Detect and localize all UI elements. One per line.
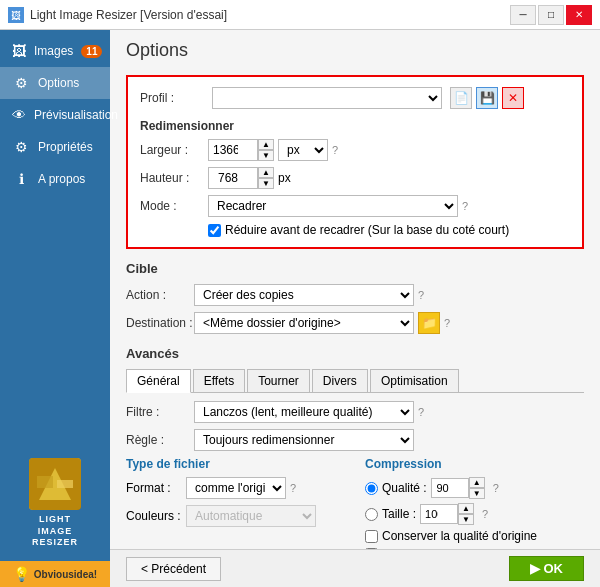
qualite-label: Qualité : <box>382 481 427 495</box>
action-row: Action : Créer des copies Remplacer les … <box>126 284 584 306</box>
qualite-input[interactable] <box>431 478 469 498</box>
avances-tabs: Général Effets Tourner Divers Optimisati… <box>126 369 584 393</box>
redimensionner-title: Redimensionner <box>140 119 570 133</box>
titlebar: 🖼 Light Image Resizer [Version d'essai] … <box>0 0 600 30</box>
tab-general[interactable]: Général <box>126 369 191 393</box>
filtre-row: Filtre : Lanczos (lent, meilleure qualit… <box>126 401 584 423</box>
close-button[interactable]: ✕ <box>566 5 592 25</box>
largeur-label: Largeur : <box>140 143 208 157</box>
about-icon: ℹ <box>12 171 30 187</box>
largeur-row: Largeur : ▲ ▼ px ? <box>140 139 570 161</box>
largeur-unit-select[interactable]: px <box>278 139 328 161</box>
avances-section: Avancés Général Effets Tourner Divers Op… <box>126 346 584 549</box>
minimize-button[interactable]: ─ <box>510 5 536 25</box>
format-select[interactable]: comme l'original JPEG PNG <box>186 477 286 499</box>
red-section: Profil : 📄 💾 ✕ Redimensionner Largeur : <box>126 75 584 249</box>
action-label: Action : <box>126 288 194 302</box>
reduire-checkbox[interactable] <box>208 224 221 237</box>
svg-rect-4 <box>37 476 53 488</box>
titlebar-left: 🖼 Light Image Resizer [Version d'essai] <box>8 7 227 23</box>
logo-text: LIGHTIMAGERESIZER <box>32 514 78 549</box>
sidebar-item-about[interactable]: ℹ A propos <box>0 163 110 195</box>
mode-row: Mode : Recadrer Étirer Ajuster Remplir ? <box>140 195 570 217</box>
taille-input[interactable] <box>420 504 458 524</box>
regle-select[interactable]: Toujours redimensionner Réduire uniqueme… <box>194 429 414 451</box>
mode-help-icon: ? <box>462 200 468 212</box>
ok-button[interactable]: ▶ OK <box>509 556 584 581</box>
maximize-button[interactable]: □ <box>538 5 564 25</box>
images-badge: 11 <box>81 45 102 58</box>
qualite-row: Qualité : ▲ ▼ ? <box>365 477 584 499</box>
sidebar: 🖼 Images 11 ⚙ Options 👁 Prévisualisation… <box>0 30 110 587</box>
qualite-help-icon: ? <box>493 482 499 494</box>
profil-delete-button[interactable]: ✕ <box>502 87 524 109</box>
taille-help-icon: ? <box>482 508 488 520</box>
hauteur-input[interactable] <box>208 167 258 189</box>
brand-bar: 💡 Obviousidea! <box>0 561 110 587</box>
action-help-icon: ? <box>418 289 424 301</box>
taille-up-button[interactable]: ▲ <box>458 503 474 514</box>
titlebar-controls: ─ □ ✕ <box>510 5 592 25</box>
filtre-label: Filtre : <box>126 405 194 419</box>
taille-radio[interactable] <box>365 508 378 521</box>
file-type-col: Type de fichier Format : comme l'origina… <box>126 457 345 549</box>
largeur-up-button[interactable]: ▲ <box>258 139 274 150</box>
qualite-up-button[interactable]: ▲ <box>469 477 485 488</box>
tab-optimisation[interactable]: Optimisation <box>370 369 459 392</box>
couleurs-label: Couleurs : <box>126 509 186 523</box>
content-header: Options <box>110 30 600 67</box>
sidebar-item-options-label: Options <box>38 76 79 90</box>
couleurs-row: Couleurs : Automatique <box>126 505 345 527</box>
destination-folder-button[interactable]: 📁 <box>418 312 440 334</box>
conserver-label: Conserver la qualité d'origine <box>382 529 537 543</box>
profil-save-button[interactable]: 💾 <box>476 87 498 109</box>
destination-label: Destination : <box>126 316 194 330</box>
taille-down-button[interactable]: ▼ <box>458 514 474 525</box>
two-column-section: Type de fichier Format : comme l'origina… <box>126 457 584 549</box>
qualite-down-button[interactable]: ▼ <box>469 488 485 499</box>
destination-help-icon: ? <box>444 317 450 329</box>
mode-label: Mode : <box>140 199 208 213</box>
regle-row: Règle : Toujours redimensionner Réduire … <box>126 429 584 451</box>
tab-tourner[interactable]: Tourner <box>247 369 310 392</box>
hauteur-label: Hauteur : <box>140 171 208 185</box>
cible-section: Cible Action : Créer des copies Remplace… <box>126 261 584 334</box>
sidebar-item-properties[interactable]: ⚙ Propriétés <box>0 131 110 163</box>
reduire-label: Réduire avant de recadrer (Sur la base d… <box>225 223 509 237</box>
hauteur-row: Hauteur : ▲ ▼ px <box>140 167 570 189</box>
sidebar-item-properties-label: Propriétés <box>38 140 93 154</box>
destination-select[interactable]: <Même dossier d'origine> <box>194 312 414 334</box>
brand-label: Obviousidea! <box>34 569 97 580</box>
filtre-help-icon: ? <box>418 406 424 418</box>
sidebar-item-images[interactable]: 🖼 Images 11 <box>0 35 110 67</box>
profil-new-button[interactable]: 📄 <box>450 87 472 109</box>
taille-row: Taille : ▲ ▼ ? <box>365 503 584 525</box>
prev-button[interactable]: < Précédent <box>126 557 221 581</box>
profil-select[interactable] <box>212 87 442 109</box>
hauteur-spinner: ▲ ▼ <box>208 167 274 189</box>
mode-select[interactable]: Recadrer Étirer Ajuster Remplir <box>208 195 458 217</box>
profil-row: Profil : 📄 💾 ✕ <box>140 87 570 109</box>
cible-title: Cible <box>126 261 584 276</box>
hauteur-down-button[interactable]: ▼ <box>258 178 274 189</box>
profil-label: Profil : <box>140 91 208 105</box>
largeur-input[interactable] <box>208 139 258 161</box>
largeur-spinner-btns: ▲ ▼ <box>258 139 274 161</box>
tab-effets[interactable]: Effets <box>193 369 245 392</box>
largeur-down-button[interactable]: ▼ <box>258 150 274 161</box>
qualite-radio[interactable] <box>365 482 378 495</box>
properties-icon: ⚙ <box>12 139 30 155</box>
conserver-checkbox[interactable] <box>365 530 378 543</box>
tab-divers[interactable]: Divers <box>312 369 368 392</box>
sidebar-item-options[interactable]: ⚙ Options <box>0 67 110 99</box>
checkbox-row: Réduire avant de recadrer (Sur la base d… <box>208 223 570 237</box>
qualite-spinner: ▲ ▼ <box>431 477 485 499</box>
hauteur-up-button[interactable]: ▲ <box>258 167 274 178</box>
sidebar-item-preview[interactable]: 👁 Prévisualisation <box>0 99 110 131</box>
hauteur-spinner-btns: ▲ ▼ <box>258 167 274 189</box>
logo-image <box>29 458 81 510</box>
filtre-select[interactable]: Lanczos (lent, meilleure qualité) Bicubi… <box>194 401 414 423</box>
taille-label: Taille : <box>382 507 416 521</box>
couleurs-select[interactable]: Automatique <box>186 505 316 527</box>
action-select[interactable]: Créer des copies Remplacer les originaux <box>194 284 414 306</box>
